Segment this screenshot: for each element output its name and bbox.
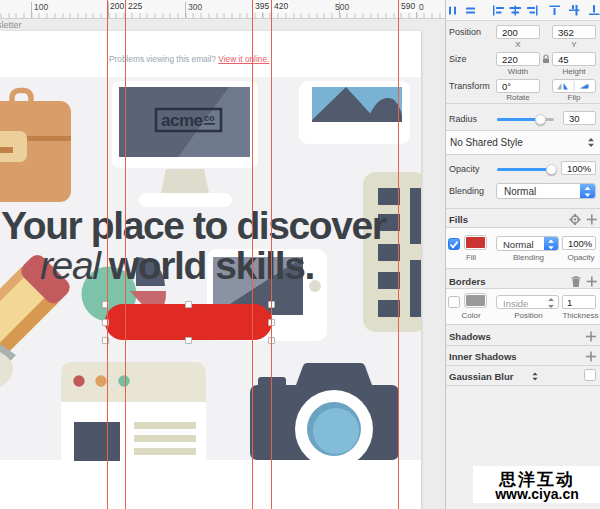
svg-text:acme: acme bbox=[161, 111, 203, 130]
svg-text:co: co bbox=[204, 113, 215, 123]
